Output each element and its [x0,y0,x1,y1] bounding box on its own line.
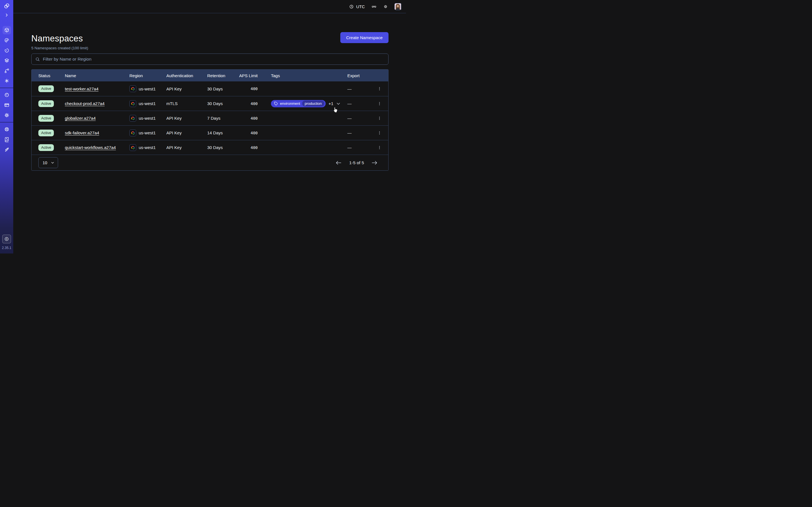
aps-limit-cell: 400 [239,87,261,91]
gear-icon [4,112,10,118]
svg-text:$: $ [6,238,7,240]
region-cell: us-west1 [130,86,166,92]
sidebar-item-batch[interactable] [0,66,13,76]
lifebuoy-icon [4,126,10,132]
badge-dollar-icon: $ [4,236,9,242]
sidebar-divider [0,88,13,88]
sidebar-item-schedules[interactable] [0,45,13,55]
topbar: UTC [13,0,406,13]
gcp-logo-icon [130,115,136,122]
region-label: us-west1 [139,101,156,106]
page-subtitle: 5 Namespaces created (100 limit) [31,46,88,50]
avatar[interactable] [395,3,402,10]
auth-cell: API Key [166,116,207,121]
sidebar-item-spiral[interactable] [0,35,13,45]
kebab-icon [377,130,382,135]
sidebar-item-usage[interactable] [0,90,13,100]
status-cell: Active [38,144,65,151]
sidebar: $ 2.35.1 [0,0,13,253]
namespace-link[interactable]: globalizer.a27a4 [65,116,96,121]
col-region: Region [130,73,166,78]
branch-icon [4,68,10,73]
namespace-link[interactable]: checkout-prod.a27a4 [65,101,105,106]
active-item-highlight [3,26,11,34]
arrow-right-icon [371,160,377,165]
tag-chip[interactable]: environment production [271,100,326,107]
page-size-select[interactable]: 10 [38,157,58,168]
row-menu-button[interactable] [374,86,385,91]
sidebar-item-docs[interactable] [0,134,13,145]
filter-bar [31,54,389,65]
aps-limit-cell: 400 [239,101,261,106]
name-cell: sdk-failover.a27a4 [65,130,130,135]
col-name: Name [65,73,130,78]
sidebar-item-billing[interactable] [0,100,13,110]
next-page-button[interactable] [371,160,377,165]
region-label: us-west1 [139,145,156,150]
namespace-link[interactable]: test-worker.a27a4 [65,87,98,91]
region-cell: us-west1 [130,144,166,151]
col-tags: Tags [261,73,347,78]
export-cell: — [347,87,374,91]
gcp-logo-icon [130,86,136,92]
create-namespace-button[interactable]: Create Namespace [340,32,389,43]
chevron-down-icon[interactable] [336,101,341,106]
export-cell: — [347,130,374,135]
tags-group: environment production +1 [271,100,341,107]
page-title: Namespaces [31,34,88,44]
previous-page-button[interactable] [336,160,342,165]
sidebar-item-getting-started[interactable] [0,145,13,155]
table-footer: 10 1-5 of 5 [32,155,388,170]
name-cell: test-worker.a27a4 [65,87,130,91]
region-label: us-west1 [139,130,156,135]
gcp-logo-icon [130,144,136,151]
sidebar-item-settings[interactable] [0,110,13,120]
gcp-logo-icon [130,100,136,107]
col-status: Status [38,73,65,78]
retention-cell: 14 Days [207,130,239,135]
tag-key: environment [280,101,300,106]
row-menu-button[interactable] [374,130,385,135]
temporal-logo[interactable] [0,1,13,11]
status-badge: Active [38,100,54,107]
gauge-icon [4,92,10,98]
retention-cell: 30 Days [207,101,239,106]
table-row: Active globalizer.a27a4 us-west1 API Key… [32,111,388,125]
kebab-icon [377,101,382,106]
namespace-link[interactable]: sdk-failover.a27a4 [65,130,99,135]
sun-icon[interactable] [383,4,388,9]
sidebar-item-support[interactable] [0,124,13,134]
tag-value: production [302,101,324,107]
status-cell: Active [38,115,65,122]
glasses-icon[interactable] [371,4,377,9]
tag-icon [274,102,278,106]
retention-cell: 30 Days [207,87,239,91]
sidebar-item-nexus[interactable] [0,76,13,86]
row-menu-button[interactable] [374,145,385,150]
region-label: us-west1 [139,87,156,91]
status-badge: Active [38,115,54,122]
page-header: Namespaces 5 Namespaces created (100 lim… [31,32,389,50]
usage-dollar-button[interactable]: $ [2,235,11,243]
row-menu-button[interactable] [374,101,385,106]
region-cell: us-west1 [130,100,166,107]
timezone-selector[interactable]: UTC [349,4,365,9]
status-cell: Active [38,86,65,92]
sidebar-item-namespaces[interactable] [0,25,13,35]
aps-limit-cell: 400 [239,116,261,121]
sidebar-expand-button[interactable] [0,10,13,20]
col-export: Export [347,73,374,78]
export-cell: — [347,101,374,106]
col-aps-limit: APS Limit [239,73,261,78]
sidebar-item-deployments[interactable] [0,55,13,66]
status-cell: Active [38,129,65,136]
table-row: Active checkout-prod.a27a4 us-west1 mTLS… [32,96,388,111]
namespace-link[interactable]: quickstart-workflows.a27a4 [65,145,116,150]
filter-input[interactable] [43,57,385,62]
spiral-icon [4,38,10,43]
gcp-logo-icon [130,129,136,136]
region-cell: us-west1 [130,129,166,136]
namespaces-table: Status Name Region Authentication Retent… [31,69,389,171]
kebab-icon [377,86,382,91]
row-menu-button[interactable] [374,116,385,121]
